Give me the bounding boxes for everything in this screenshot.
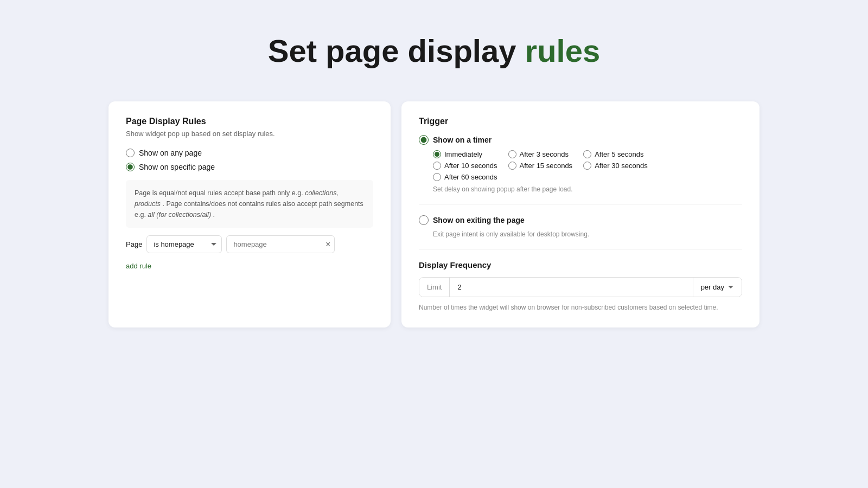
trigger-title: Trigger	[419, 117, 742, 126]
add-rule-link[interactable]: add rule	[126, 262, 151, 270]
chevron-down-icon	[727, 284, 734, 291]
page-rule-row: Page is homepage is not homepage contain…	[126, 235, 373, 253]
frequency-title: Display Frequency	[419, 260, 742, 269]
page-input-wrapper: ×	[226, 235, 335, 253]
timer-option-immediately[interactable]: Immediately	[433, 150, 497, 158]
timer-label-after3: After 3 seconds	[520, 150, 569, 158]
timer-hint: Set delay on showing popup after the pag…	[433, 185, 742, 193]
timer-radio-after15[interactable]	[508, 162, 516, 170]
timer-radio-after60[interactable]	[433, 173, 441, 181]
frequency-row: Limit 2 per day	[419, 277, 742, 297]
timer-label-after15: After 15 seconds	[520, 162, 573, 170]
page-display-rules-card: Page Display Rules Show widget pop up ba…	[108, 101, 391, 328]
timer-label-after30: After 30 seconds	[595, 162, 648, 170]
frequency-hint: Number of times the widget will show on …	[419, 303, 742, 312]
frequency-section: Display Frequency Limit 2 per day Number…	[419, 260, 742, 312]
limit-value: 2	[450, 278, 692, 297]
exit-trigger-label: Show on exiting the page	[433, 216, 525, 224]
page-value-input[interactable]	[226, 235, 335, 253]
exit-trigger-radio-row: Show on exiting the page	[419, 215, 742, 225]
timer-radio-after10[interactable]	[433, 162, 441, 170]
timer-label-after10: After 10 seconds	[444, 162, 497, 170]
radio-specific-page[interactable]: Show on specific page	[126, 163, 373, 171]
timer-option-after5[interactable]: After 5 seconds	[583, 150, 648, 158]
info-text-3: .	[213, 211, 215, 219]
limit-label: Limit	[419, 278, 450, 297]
info-italic-2: all (for collections/all)	[148, 211, 211, 219]
left-card-subtitle: Show widget pop up based on set display …	[126, 130, 373, 138]
page-label: Page	[126, 240, 142, 248]
radio-specific-page-label: Show on specific page	[139, 163, 215, 171]
exit-hint: Exit page intent is only available for d…	[433, 230, 742, 238]
info-text-1: Page is equal/not equal rules accept bas…	[135, 189, 303, 197]
timer-label-immediately: Immediately	[444, 150, 482, 158]
timer-radio-after30[interactable]	[583, 162, 591, 170]
page-title-black: Set page display	[268, 33, 516, 68]
timer-trigger-option: Show on a timer Immediately After 3 seco…	[419, 135, 742, 193]
trigger-card: Trigger Show on a timer Immediately Afte…	[401, 101, 760, 328]
trigger-divider	[419, 204, 742, 204]
per-day-select[interactable]: per day	[693, 278, 742, 297]
timer-option-after10[interactable]: After 10 seconds	[433, 162, 497, 170]
timer-radio-immediately[interactable]	[433, 150, 441, 158]
timer-trigger-label: Show on a timer	[433, 136, 492, 144]
page-rule-dropdown[interactable]: is homepage is not homepage contains doe…	[146, 235, 222, 253]
exit-trigger-radio[interactable]	[419, 215, 429, 225]
frequency-divider	[419, 249, 742, 249]
page-radio-group: Show on any page Show on specific page	[126, 149, 373, 171]
radio-any-page[interactable]: Show on any page	[126, 149, 373, 157]
timer-trigger-radio-row: Show on a timer	[419, 135, 742, 145]
exit-trigger-option: Show on exiting the page Exit page inten…	[419, 215, 742, 238]
timer-radio-after3[interactable]	[508, 150, 516, 158]
radio-any-page-input[interactable]	[126, 149, 135, 157]
page-title: Set page display rules	[268, 33, 600, 69]
timer-trigger-radio[interactable]	[419, 135, 429, 145]
timer-option-after60[interactable]: After 60 seconds	[433, 173, 497, 181]
timer-option-after30[interactable]: After 30 seconds	[583, 162, 648, 170]
page-title-green: rules	[525, 33, 601, 68]
timer-option-after3[interactable]: After 3 seconds	[508, 150, 573, 158]
radio-specific-page-input[interactable]	[126, 163, 135, 171]
timer-label-after60: After 60 seconds	[444, 173, 497, 181]
radio-any-page-label: Show on any page	[139, 149, 202, 157]
clear-input-button[interactable]: ×	[326, 240, 330, 249]
timer-options-grid: Immediately After 3 seconds After 5 seco…	[433, 150, 648, 181]
left-card-title: Page Display Rules	[126, 117, 373, 126]
timer-option-after15[interactable]: After 15 seconds	[508, 162, 573, 170]
timer-label-after5: After 5 seconds	[595, 150, 643, 158]
info-box: Page is equal/not equal rules accept bas…	[126, 180, 373, 228]
per-day-label: per day	[701, 283, 724, 291]
timer-radio-after5[interactable]	[583, 150, 591, 158]
